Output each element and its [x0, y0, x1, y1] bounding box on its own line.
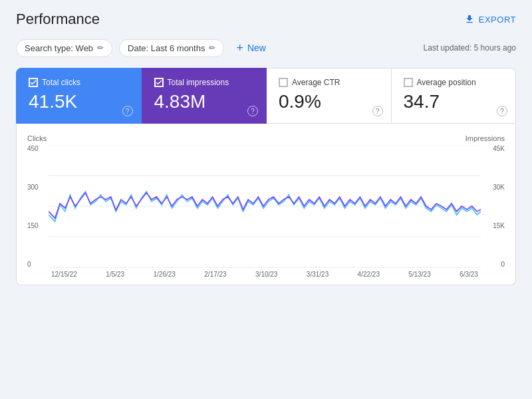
y-labels-left: 450 300 150 0 — [27, 145, 49, 268]
y-right-1: 30K — [483, 184, 505, 191]
metric-card-total-impressions[interactable]: Total impressions 4.83M ? — [142, 68, 267, 124]
y-right-0: 45K — [483, 145, 505, 152]
y-left-3: 0 — [27, 261, 46, 268]
date-label: Date: Last 6 months — [128, 43, 205, 53]
help-icon-position[interactable]: ? — [497, 106, 507, 116]
metric-label-row-position: Average position — [404, 78, 504, 87]
filter-row: Search type: Web ✏ Date: Last 6 months ✏… — [16, 39, 516, 57]
new-label: New — [247, 43, 266, 53]
metric-value-ctr: 0.9% — [279, 91, 379, 112]
metric-label-row-impressions: Total impressions — [154, 78, 255, 87]
x-label-0: 12/15/22 — [51, 271, 77, 278]
metric-card-total-clicks[interactable]: Total clicks 41.5K ? — [16, 68, 142, 124]
pencil-icon-date: ✏ — [209, 43, 215, 53]
date-filter[interactable]: Date: Last 6 months ✏ — [119, 39, 224, 57]
export-label: EXPORT — [479, 15, 516, 25]
checkmark-icon-impressions — [156, 80, 162, 85]
chart-svg-container — [49, 145, 481, 268]
x-label-4: 3/10/23 — [255, 271, 277, 278]
metrics-row: Total clicks 41.5K ? Total impressions 4… — [16, 68, 516, 124]
checkbox-ctr[interactable] — [279, 78, 288, 87]
metric-label-row-clicks: Total clicks — [29, 78, 129, 87]
help-icon-ctr[interactable]: ? — [372, 106, 383, 116]
header-row: Performance EXPORT — [16, 11, 516, 28]
x-label-2: 1/26/23 — [154, 271, 176, 278]
last-updated-label: Last updated: 5 hours ago — [424, 43, 516, 53]
metric-label-row-ctr: Average CTR — [279, 78, 379, 87]
y-axis-right-title: Impressions — [466, 134, 505, 142]
y-left-1: 300 — [27, 184, 46, 191]
metric-label-clicks: Total clicks — [42, 78, 80, 87]
metric-card-average-ctr[interactable]: Average CTR 0.9% ? — [267, 68, 392, 124]
help-icon-impressions[interactable]: ? — [247, 106, 258, 116]
checkmark-icon — [30, 80, 37, 85]
y-left-2: 150 — [27, 222, 46, 229]
checkbox-position[interactable] — [404, 78, 413, 87]
x-label-8: 6/3/23 — [460, 271, 478, 278]
x-label-7: 5/13/23 — [408, 271, 430, 278]
y-labels-right: 45K 30K 15K 0 — [481, 145, 505, 268]
metric-label-ctr: Average CTR — [292, 78, 340, 87]
y-axis-left-title: Clicks — [27, 134, 47, 142]
plus-icon: + — [236, 42, 243, 54]
metric-card-average-position[interactable]: Average position 34.7 ? — [392, 68, 517, 124]
search-type-filter[interactable]: Search type: Web ✏ — [16, 39, 112, 57]
download-icon — [464, 14, 475, 25]
y-right-3: 0 — [483, 261, 505, 268]
line-chart — [49, 145, 481, 268]
y-right-2: 15K — [483, 222, 505, 229]
page-container: Performance EXPORT Search type: Web ✏ Da… — [0, 0, 532, 399]
new-button[interactable]: + New — [231, 39, 271, 57]
metric-value-clicks: 41.5K — [29, 91, 129, 112]
x-label-3: 2/17/23 — [204, 271, 226, 278]
search-type-label: Search type: Web — [25, 43, 93, 53]
metric-value-position: 34.7 — [404, 91, 504, 112]
checkbox-impressions[interactable] — [154, 78, 164, 87]
pencil-icon: ✏ — [97, 43, 104, 53]
y-left-0: 450 — [27, 145, 46, 152]
checkbox-clicks[interactable] — [29, 78, 38, 87]
chart-area: Clicks Impressions 450 300 150 0 — [16, 124, 516, 285]
x-axis-labels: 12/15/22 1/5/23 1/26/23 2/17/23 3/10/23 … — [27, 271, 505, 278]
help-icon-clicks[interactable]: ? — [122, 106, 133, 116]
x-label-6: 4/22/23 — [358, 271, 380, 278]
metric-label-impressions: Total impressions — [168, 78, 229, 87]
metric-value-impressions: 4.83M — [154, 91, 255, 112]
x-label-1: 1/5/23 — [106, 271, 124, 278]
x-label-5: 3/31/23 — [307, 271, 329, 278]
metric-label-position: Average position — [417, 78, 476, 87]
page-title: Performance — [16, 11, 100, 28]
export-button[interactable]: EXPORT — [464, 14, 516, 25]
